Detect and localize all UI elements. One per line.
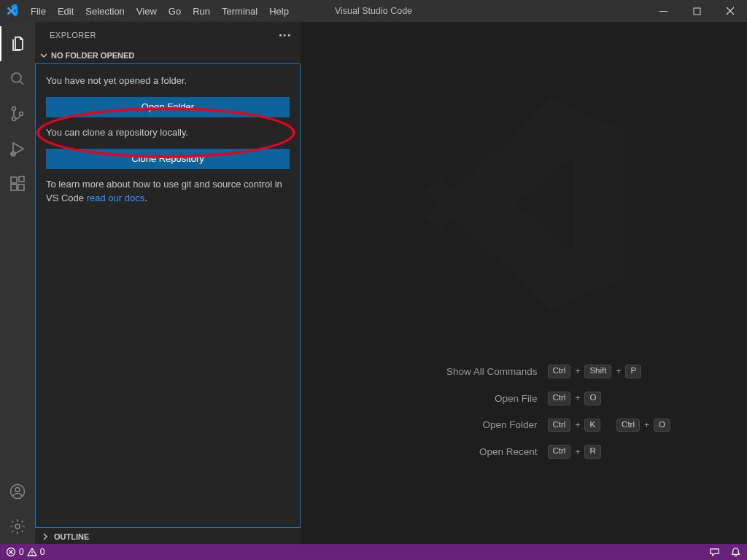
- menu-file[interactable]: File: [25, 0, 52, 22]
- menu-run[interactable]: Run: [187, 0, 216, 22]
- svg-line-5: [20, 82, 24, 85]
- svg-point-8: [20, 112, 23, 116]
- activity-bar: [0, 22, 35, 544]
- vscode-watermark-icon: [415, 95, 634, 314]
- key-k: K: [584, 419, 600, 432]
- shortcut-open-recent: Open Recent Ctrl + R: [355, 445, 694, 459]
- svg-rect-13: [18, 184, 24, 190]
- shortcut-label: Show All Commands: [355, 366, 538, 377]
- status-bar: 0 0: [0, 544, 747, 560]
- menu-bar: File Edit Selection View Go Run Terminal…: [25, 0, 295, 22]
- menu-view[interactable]: View: [131, 0, 163, 22]
- menu-selection[interactable]: Selection: [80, 0, 130, 22]
- shortcut-show-all-commands: Show All Commands Ctrl + Shift + P: [355, 365, 694, 378]
- warning-icon: [27, 547, 37, 557]
- svg-point-7: [12, 117, 16, 121]
- no-folder-message: You have not yet opened a folder.: [46, 74, 290, 88]
- no-folder-section-body: You have not yet opened a folder. Open F…: [35, 63, 301, 528]
- chevron-right-icon: [41, 532, 50, 541]
- plus-icon: +: [575, 366, 580, 376]
- svg-rect-12: [11, 184, 17, 190]
- key-o: O: [654, 419, 670, 432]
- shortcut-label: Open Folder: [355, 419, 538, 430]
- read-docs-link[interactable]: read our docs: [87, 192, 145, 203]
- explorer-sidebar: EXPLORER ••• NO FOLDER OPENED You have n…: [35, 22, 301, 544]
- chevron-down-icon: [39, 51, 48, 60]
- error-count: 0: [19, 547, 24, 557]
- maximize-button[interactable]: [680, 0, 713, 22]
- key-shift: Shift: [584, 365, 611, 378]
- status-bell-icon[interactable]: [730, 547, 741, 558]
- activity-search-icon[interactable]: [0, 61, 35, 96]
- plus-icon: +: [644, 420, 649, 430]
- plus-icon: +: [575, 420, 580, 430]
- activity-explorer-icon[interactable]: [0, 26, 35, 61]
- warning-count: 0: [40, 547, 45, 557]
- svg-point-24: [31, 554, 32, 555]
- activity-source-control-icon[interactable]: [0, 96, 35, 131]
- open-folder-button[interactable]: Open Folder: [46, 97, 290, 117]
- docs-prefix: To learn more about how to use git and s…: [46, 179, 282, 203]
- key-r: R: [584, 445, 600, 459]
- key-ctrl: Ctrl: [548, 365, 571, 378]
- window-controls: [646, 0, 747, 22]
- activity-extensions-icon[interactable]: [0, 166, 35, 201]
- svg-point-4: [12, 73, 21, 82]
- key-ctrl: Ctrl: [548, 392, 571, 405]
- title-bar: File Edit Selection View Go Run Terminal…: [0, 0, 747, 22]
- key-ctrl: Ctrl: [548, 445, 571, 459]
- app-logo-icon: [0, 4, 25, 18]
- svg-point-17: [15, 524, 20, 529]
- shortcut-open-folder: Open Folder Ctrl + K Ctrl + O: [355, 419, 694, 432]
- no-folder-section-header[interactable]: NO FOLDER OPENED: [35, 47, 301, 63]
- status-problems[interactable]: 0 0: [6, 547, 44, 557]
- key-p: P: [625, 365, 641, 378]
- svg-point-16: [15, 488, 20, 492]
- shortcut-label: Open File: [355, 393, 538, 404]
- key-ctrl: Ctrl: [548, 419, 571, 432]
- svg-point-6: [12, 107, 16, 111]
- sidebar-title: EXPLORER: [50, 31, 96, 39]
- minimize-button[interactable]: [646, 0, 680, 22]
- outline-label: OUTLINE: [54, 532, 89, 541]
- menu-terminal[interactable]: Terminal: [216, 0, 263, 22]
- close-button[interactable]: [713, 0, 747, 22]
- svg-rect-14: [19, 176, 24, 182]
- plus-icon: +: [575, 447, 580, 457]
- shortcut-open-file: Open File Ctrl + O: [355, 392, 694, 405]
- error-icon: [6, 547, 16, 557]
- activity-accounts-icon[interactable]: [0, 474, 35, 509]
- docs-message: To learn more about how to use git and s…: [46, 178, 290, 206]
- no-folder-section-title: NO FOLDER OPENED: [51, 51, 134, 60]
- svg-rect-1: [694, 8, 700, 15]
- editor-area: Show All Commands Ctrl + Shift + P Open …: [301, 22, 747, 544]
- status-feedback-icon[interactable]: [709, 547, 720, 558]
- activity-run-debug-icon[interactable]: [0, 131, 35, 166]
- clone-message: You can clone a repository locally.: [46, 126, 290, 140]
- more-actions-icon[interactable]: •••: [279, 31, 292, 39]
- svg-rect-0: [659, 11, 667, 12]
- svg-rect-11: [11, 177, 17, 183]
- activity-settings-icon[interactable]: [0, 509, 35, 544]
- outline-section-header[interactable]: OUTLINE: [35, 528, 301, 544]
- menu-help[interactable]: Help: [263, 0, 295, 22]
- key-o: O: [584, 392, 601, 405]
- docs-suffix: .: [144, 192, 147, 203]
- clone-repository-button[interactable]: Clone Repository: [46, 149, 290, 169]
- menu-edit[interactable]: Edit: [52, 0, 80, 22]
- menu-go[interactable]: Go: [163, 0, 187, 22]
- plus-icon: +: [575, 393, 580, 403]
- plus-icon: +: [616, 366, 621, 376]
- key-ctrl: Ctrl: [616, 419, 640, 432]
- shortcut-label: Open Recent: [355, 446, 538, 457]
- welcome-shortcuts: Show All Commands Ctrl + Shift + P Open …: [301, 365, 747, 459]
